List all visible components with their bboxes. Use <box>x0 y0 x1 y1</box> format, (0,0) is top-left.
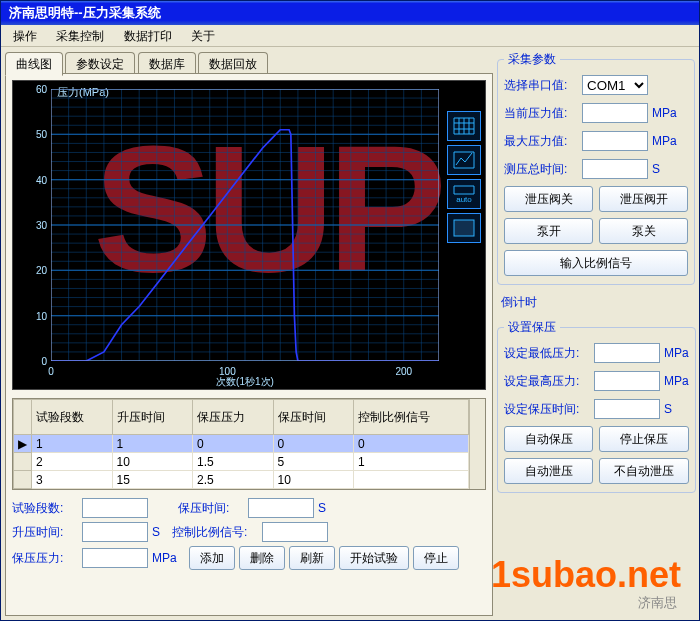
total-time-value <box>582 159 648 179</box>
min-pres-label: 设定最低压力: <box>504 345 594 362</box>
grid-icon[interactable] <box>447 111 481 141</box>
max-pres-set-unit: MPa <box>664 374 689 388</box>
rise-time-unit: S <box>152 525 160 539</box>
tab-strip: 曲线图 参数设定 数据库 数据回放 <box>5 51 493 73</box>
add-button[interactable]: 添加 <box>189 546 235 570</box>
cur-pres-unit: MPa <box>652 106 677 120</box>
hold-time-set-label: 设定保压时间: <box>504 401 594 418</box>
hold-pres-label: 保压压力: <box>12 550 82 567</box>
seg-count-label: 试验段数: <box>12 500 82 517</box>
refresh-button[interactable]: 刷新 <box>289 546 335 570</box>
ctrl-sig-input[interactable] <box>262 522 328 542</box>
pump-on-button[interactable]: 泵开 <box>504 218 593 244</box>
app-window: 济南思明特--压力采集系统 操作 采集控制 数据打印 关于 曲线图 参数设定 数… <box>0 0 700 621</box>
max-pres-set-input[interactable] <box>594 371 660 391</box>
relief-close-button[interactable]: 泄压阀关 <box>504 186 593 212</box>
min-pres-input[interactable] <box>594 343 660 363</box>
collect-params-group: 采集参数 选择串口值: COM1 当前压力值: MPa 最大压力值: MPa <box>497 51 695 285</box>
relief-open-button[interactable]: 泄压阀开 <box>599 186 688 212</box>
port-label: 选择串口值: <box>504 77 582 94</box>
cur-pres-label: 当前压力值: <box>504 105 582 122</box>
no-relief-button[interactable]: 不自动泄压 <box>599 458 688 484</box>
input-ratio-button[interactable]: 输入比例信号 <box>504 250 688 276</box>
pressure-chart: 压力(MPa) SUP 0102030405060 0100200 次数(1秒1… <box>12 80 486 390</box>
tab-replay[interactable]: 数据回放 <box>198 52 268 75</box>
segment-table-grid[interactable]: 试验段数升压时间保压压力保压时间控制比例信号▶110002101.5513152… <box>13 399 469 489</box>
hold-time-set-unit: S <box>664 402 672 416</box>
chart-plot-area[interactable]: 0102030405060 0100200 次数(1秒1次) <box>51 89 439 361</box>
max-pres-unit: MPa <box>652 134 677 148</box>
menu-bar: 操作 采集控制 数据打印 关于 <box>1 25 699 47</box>
max-pres-set-label: 设定最高压力: <box>504 373 594 390</box>
menu-about[interactable]: 关于 <box>183 25 223 48</box>
seg-count-input[interactable] <box>82 498 148 518</box>
right-pane: 采集参数 选择串口值: COM1 当前压力值: MPa 最大压力值: MPa <box>495 47 699 620</box>
total-time-label: 测压总时间: <box>504 161 582 178</box>
menu-collect[interactable]: 采集控制 <box>48 25 112 48</box>
auto-icon[interactable]: auto <box>447 179 481 209</box>
max-pres-label: 最大压力值: <box>504 133 582 150</box>
max-pres-value <box>582 131 648 151</box>
port-select[interactable]: COM1 <box>582 75 648 95</box>
svg-rect-62 <box>454 220 474 236</box>
rise-time-label: 升压时间: <box>12 524 82 541</box>
auto-hold-button[interactable]: 自动保压 <box>504 426 593 452</box>
chart-svg <box>51 89 439 361</box>
hold-time-unit: S <box>318 501 326 515</box>
left-pane: 曲线图 参数设定 数据库 数据回放 压力(MPa) SUP 0102030405… <box>1 47 495 620</box>
segment-form: 试验段数: 保压时间: S 升压时间: S 控制比例信号: <box>12 498 486 570</box>
ctrl-sig-label: 控制比例信号: <box>172 524 262 541</box>
stop-button[interactable]: 停止 <box>413 546 459 570</box>
auto-relief-button[interactable]: 自动泄压 <box>504 458 593 484</box>
rise-time-input[interactable] <box>82 522 148 542</box>
chart-controls: auto <box>447 111 481 247</box>
hold-settings-group: 设置保压 设定最低压力: MPa 设定最高压力: MPa 设定保压时间: S <box>497 319 696 493</box>
hold-time-set-input[interactable] <box>594 399 660 419</box>
tab-curve[interactable]: 曲线图 <box>5 52 63 76</box>
chart-x-sublabel: 次数(1秒1次) <box>216 375 274 389</box>
hold-pres-input[interactable] <box>82 548 148 568</box>
stop-hold-button[interactable]: 停止保压 <box>599 426 688 452</box>
menu-operate[interactable]: 操作 <box>5 25 45 48</box>
chart-style-icon[interactable] <box>447 145 481 175</box>
collect-legend: 采集参数 <box>504 51 560 68</box>
start-button[interactable]: 开始试验 <box>339 546 409 570</box>
min-pres-unit: MPa <box>664 346 689 360</box>
hold-legend: 设置保压 <box>504 319 560 336</box>
tab-db[interactable]: 数据库 <box>138 52 196 75</box>
menu-print[interactable]: 数据打印 <box>116 25 180 48</box>
hold-time-input[interactable] <box>248 498 314 518</box>
title-bar: 济南思明特--压力采集系统 <box>1 1 699 25</box>
countdown-label: 倒计时 <box>501 294 547 311</box>
segment-table: 试验段数升压时间保压压力保压时间控制比例信号▶110002101.5513152… <box>12 398 486 490</box>
window-title: 济南思明特--压力采集系统 <box>9 5 161 20</box>
hold-time-label: 保压时间: <box>178 500 248 517</box>
pump-off-button[interactable]: 泵关 <box>599 218 688 244</box>
cur-pres-value <box>582 103 648 123</box>
hold-pres-unit: MPa <box>152 551 177 565</box>
tab-panel-curve: 压力(MPa) SUP 0102030405060 0100200 次数(1秒1… <box>5 73 493 616</box>
tab-params[interactable]: 参数设定 <box>65 52 135 75</box>
color-icon[interactable] <box>447 213 481 243</box>
delete-button[interactable]: 删除 <box>239 546 285 570</box>
total-time-unit: S <box>652 162 660 176</box>
table-scrollbar[interactable] <box>469 399 485 489</box>
